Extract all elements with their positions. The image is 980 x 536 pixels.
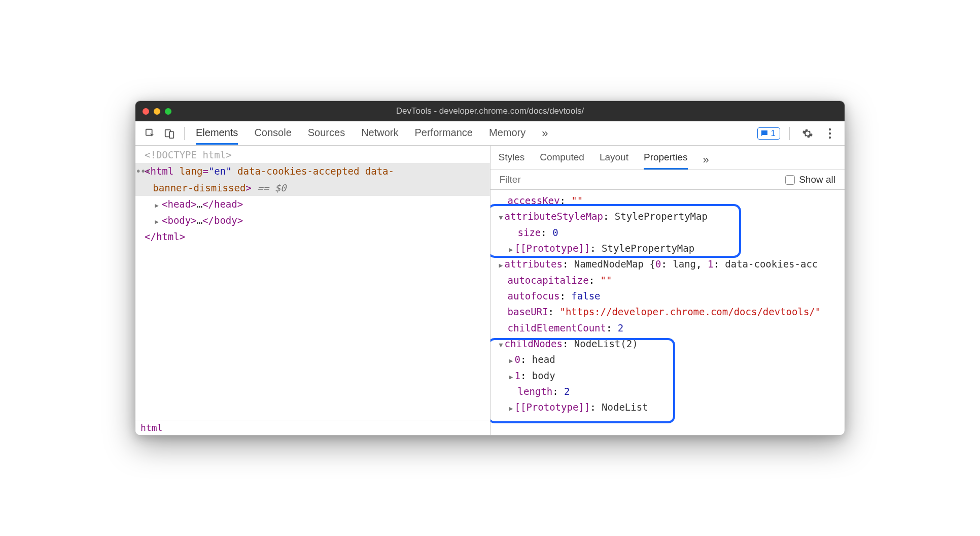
show-all-toggle[interactable]: Show all <box>785 174 835 185</box>
prop-childelementcount[interactable]: childElementCount: 2 <box>498 320 845 336</box>
dom-tree[interactable]: <!DOCTYPE html> •••<html lang="en" data-… <box>135 146 490 420</box>
prop-childnodes-0[interactable]: ▶0: head <box>498 352 845 367</box>
sidebar-tabs: Styles Computed Layout Properties » <box>491 146 845 170</box>
filter-input[interactable] <box>500 174 786 185</box>
filter-row: Show all <box>491 170 845 190</box>
kebab-menu-icon[interactable] <box>821 125 838 142</box>
tab-computed[interactable]: Computed <box>540 150 584 170</box>
prop-childnodes-1[interactable]: ▶1: body <box>498 368 845 384</box>
prop-baseuri[interactable]: baseURI: "https://developer.chrome.com/d… <box>498 304 845 320</box>
prop-size[interactable]: size: 0 <box>498 225 845 241</box>
properties-list[interactable]: accessKey: "" ▼attributeStyleMap: StyleP… <box>491 190 845 435</box>
tab-memory[interactable]: Memory <box>489 122 526 145</box>
tab-network[interactable]: Network <box>361 122 398 145</box>
svg-point-3 <box>829 128 831 130</box>
devtools-window: DevTools - developer.chrome.com/docs/dev… <box>135 100 845 436</box>
sidebar-pane: Styles Computed Layout Properties » Show… <box>491 146 845 435</box>
dom-body[interactable]: ▶<body>…</body> <box>135 212 490 228</box>
more-sidebar-tabs-icon[interactable]: » <box>703 153 709 166</box>
content-area: <!DOCTYPE html> •••<html lang="en" data-… <box>135 146 845 435</box>
prop-prototype-1[interactable]: ▶[[Prototype]]: StylePropertyMap <box>498 241 845 256</box>
toolbar-right: 1 <box>757 125 838 142</box>
prop-length[interactable]: length: 2 <box>498 384 845 399</box>
message-icon <box>760 129 769 138</box>
message-count: 1 <box>771 128 776 139</box>
main-toolbar: Elements Console Sources Network Perform… <box>135 121 845 146</box>
dom-doctype[interactable]: <!DOCTYPE html> <box>135 147 490 163</box>
svg-point-4 <box>829 132 831 134</box>
tab-console[interactable]: Console <box>254 122 291 145</box>
window-titlebar: DevTools - developer.chrome.com/docs/dev… <box>135 101 845 121</box>
svg-point-5 <box>829 136 831 138</box>
dom-html-close[interactable]: </html> <box>135 228 490 245</box>
prop-childnodes[interactable]: ▼childNodes: NodeList(2) <box>498 336 845 352</box>
messages-badge[interactable]: 1 <box>757 127 780 140</box>
more-tabs-icon[interactable]: » <box>542 127 548 140</box>
traffic-lights <box>143 108 171 115</box>
device-toolbar-icon[interactable] <box>161 125 178 142</box>
inspect-element-icon[interactable] <box>142 125 159 142</box>
tab-properties[interactable]: Properties <box>644 150 688 170</box>
settings-icon[interactable] <box>799 125 816 142</box>
elements-pane: <!DOCTYPE html> •••<html lang="en" data-… <box>135 146 491 435</box>
tab-sources[interactable]: Sources <box>308 122 345 145</box>
prop-autocapitalize[interactable]: autocapitalize: "" <box>498 273 845 288</box>
prop-attributes[interactable]: ▶attributes: NamedNodeMap {0: lang, 1: d… <box>498 256 845 272</box>
prop-accesskey[interactable]: accessKey: "" <box>498 193 845 209</box>
prop-autofocus[interactable]: autofocus: false <box>498 288 845 304</box>
dom-html-open[interactable]: •••<html lang="en" data-cookies-accepted… <box>135 163 490 196</box>
separator <box>184 127 185 140</box>
maximize-window-button[interactable] <box>165 108 171 115</box>
tab-performance[interactable]: Performance <box>415 122 473 145</box>
prop-attributestylemap[interactable]: ▼attributeStyleMap: StylePropertyMap <box>498 209 845 224</box>
show-all-checkbox[interactable] <box>785 175 795 185</box>
tab-styles[interactable]: Styles <box>499 150 525 170</box>
show-all-label: Show all <box>799 174 835 185</box>
tab-elements[interactable]: Elements <box>196 122 238 145</box>
separator <box>789 127 790 140</box>
svg-rect-2 <box>169 131 173 138</box>
window-title: DevTools - developer.chrome.com/docs/dev… <box>135 106 845 116</box>
breadcrumb[interactable]: html <box>135 420 490 435</box>
prop-prototype-2[interactable]: ▶[[Prototype]]: NodeList <box>498 399 845 415</box>
dom-head[interactable]: ▶<head>…</head> <box>135 196 490 212</box>
main-tabs: Elements Console Sources Network Perform… <box>196 122 755 145</box>
minimize-window-button[interactable] <box>154 108 160 115</box>
close-window-button[interactable] <box>143 108 149 115</box>
tab-layout[interactable]: Layout <box>600 150 628 170</box>
